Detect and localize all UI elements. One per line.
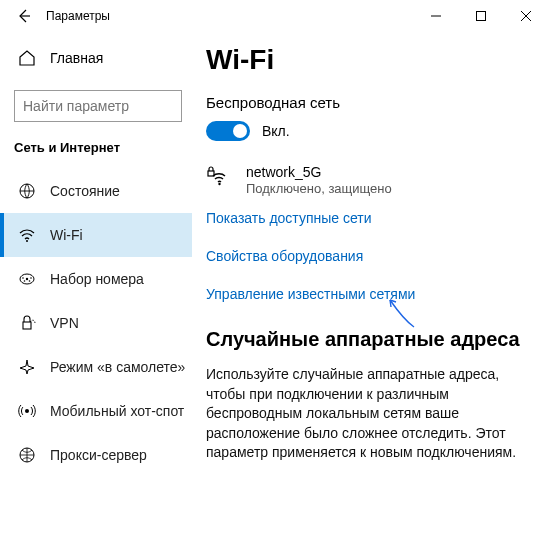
svg-point-9 <box>29 280 31 282</box>
nav-label: Режим «в самолете» <box>50 359 185 375</box>
wifi-icon <box>18 226 36 244</box>
connected-network[interactable]: network_5G Подключено, защищено <box>206 163 540 198</box>
manage-known-networks-link[interactable]: Управление известными сетями <box>206 286 540 302</box>
hardware-properties-link[interactable]: Свойства оборудования <box>206 248 540 264</box>
back-button[interactable] <box>8 0 40 32</box>
nav-item-status[interactable]: Состояние <box>0 169 192 213</box>
nav-label: Прокси-сервер <box>50 447 147 463</box>
home-label: Главная <box>50 50 103 66</box>
nav-label: Wi-Fi <box>50 227 83 243</box>
wifi-secure-icon <box>206 163 232 189</box>
home-button[interactable]: Главная <box>0 38 192 78</box>
nav-item-hotspot[interactable]: Мобильный хот-спот <box>0 389 192 433</box>
svg-point-3 <box>26 240 28 242</box>
close-button[interactable] <box>503 0 548 32</box>
nav-item-dialup[interactable]: Набор номера <box>0 257 192 301</box>
airplane-icon <box>18 358 36 376</box>
vpn-icon <box>18 314 36 332</box>
toggle-state-label: Вкл. <box>262 123 290 139</box>
minimize-button[interactable] <box>413 0 458 32</box>
svg-point-8 <box>24 280 26 282</box>
show-available-networks-link[interactable]: Показать доступные сети <box>206 210 540 226</box>
nav-item-proxy[interactable]: Прокси-сервер <box>0 433 192 477</box>
search-box[interactable] <box>14 90 182 122</box>
svg-point-13 <box>218 183 220 185</box>
window-title: Параметры <box>40 9 110 23</box>
nav-item-wifi[interactable]: Wi-Fi <box>0 213 192 257</box>
svg-rect-0 <box>476 12 485 21</box>
sidebar: Главная Сеть и Интернет Состояние <box>0 32 196 541</box>
titlebar: Параметры <box>0 0 548 32</box>
sidebar-heading: Сеть и Интернет <box>0 140 192 155</box>
nav-label: VPN <box>50 315 79 331</box>
nav-label: Набор номера <box>50 271 144 287</box>
status-icon <box>18 182 36 200</box>
close-icon <box>521 11 531 21</box>
search-input[interactable] <box>23 98 198 114</box>
random-addresses-description: Используйте случайные аппаратные адреса,… <box>206 365 540 463</box>
minimize-icon <box>431 11 441 21</box>
svg-point-11 <box>25 409 29 413</box>
hotspot-icon <box>18 402 36 420</box>
svg-point-6 <box>22 277 24 279</box>
home-icon <box>18 49 36 67</box>
svg-point-5 <box>26 278 28 280</box>
nav-item-airplane[interactable]: Режим «в самолете» <box>0 345 192 389</box>
nav-label: Мобильный хот-спот <box>50 403 184 419</box>
maximize-button[interactable] <box>458 0 503 32</box>
wireless-label: Беспроводная сеть <box>206 94 540 111</box>
network-status: Подключено, защищено <box>246 181 392 198</box>
nav-label: Состояние <box>50 183 120 199</box>
nav-item-vpn[interactable]: VPN <box>0 301 192 345</box>
svg-point-7 <box>30 277 32 279</box>
wifi-toggle[interactable] <box>206 121 250 141</box>
maximize-icon <box>476 11 486 21</box>
network-name: network_5G <box>246 163 392 181</box>
svg-rect-10 <box>23 322 31 329</box>
arrow-left-icon <box>16 8 32 24</box>
random-addresses-title: Случайные аппаратные адреса <box>206 328 540 351</box>
dialup-icon <box>18 270 36 288</box>
proxy-icon <box>18 446 36 464</box>
main-content: Wi-Fi Беспроводная сеть Вкл. network_5G <box>196 32 548 541</box>
page-title: Wi-Fi <box>206 44 540 76</box>
